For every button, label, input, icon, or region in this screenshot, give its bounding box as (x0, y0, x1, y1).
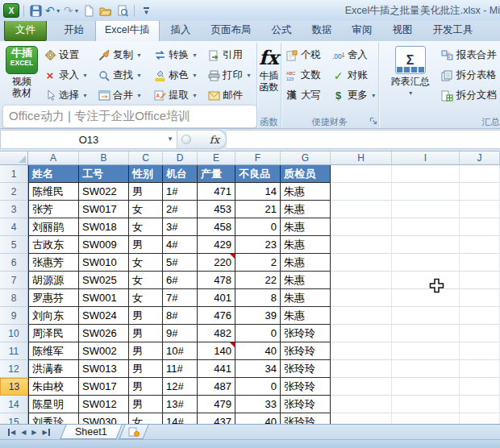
row-header-15[interactable]: 15 (0, 413, 28, 424)
cell[interactable]: 39 (235, 307, 281, 325)
cell[interactable]: 6# (163, 272, 198, 289)
row-header-3[interactable]: 3 (0, 201, 28, 218)
last-sheet-button[interactable]: ▶ (42, 429, 49, 436)
tab-文件[interactable]: 文件 (4, 20, 47, 41)
cell[interactable]: 2# (163, 201, 198, 218)
cell[interactable]: 女 (129, 289, 163, 307)
cell[interactable]: 458 (198, 218, 235, 236)
tab-页面布局[interactable]: 页面布局 (202, 21, 260, 41)
cell[interactable] (460, 218, 500, 236)
cell[interactable]: 3# (163, 218, 198, 236)
cell[interactable]: 487 (198, 378, 235, 396)
row-header-8[interactable]: 8 (0, 289, 28, 307)
cell[interactable] (460, 165, 500, 183)
cell[interactable]: SW017 (79, 201, 129, 218)
cell[interactable] (392, 201, 460, 218)
copy-button[interactable]: 复制▼ (95, 45, 150, 65)
cell[interactable]: 朱惠 (281, 183, 331, 201)
cell[interactable]: 女 (129, 201, 163, 218)
column-header-A[interactable]: A (28, 151, 79, 165)
table-header-cell[interactable]: 不良品 (235, 165, 281, 183)
cell[interactable]: 张玲玲 (281, 325, 331, 342)
first-sheet-button[interactable]: ◀ (8, 429, 15, 436)
row-header-14[interactable]: 14 (0, 396, 28, 413)
cell[interactable]: 40 (235, 342, 281, 360)
cell[interactable]: 男 (129, 307, 163, 325)
table-header-cell[interactable]: 性别 (129, 165, 163, 183)
table-header-cell[interactable]: 机台 (163, 165, 198, 183)
print-button[interactable]: 打印▼ (205, 65, 255, 85)
name-box[interactable]: O13 ▼ (0, 130, 177, 149)
cell[interactable]: SW030 (79, 413, 129, 424)
cite-button[interactable]: 引用 (205, 45, 255, 65)
cell[interactable]: 13# (163, 396, 198, 413)
cell[interactable]: 男 (129, 360, 163, 378)
cell[interactable]: 刘秀珍 (28, 413, 79, 424)
cell[interactable]: 482 (198, 325, 235, 342)
cell[interactable]: 男 (129, 378, 163, 396)
cell[interactable]: 4# (163, 236, 198, 254)
cell[interactable]: 401 (198, 289, 235, 307)
cell[interactable]: 1# (163, 183, 198, 201)
redo-button[interactable]: ↷▼ (64, 3, 80, 19)
convert-button[interactable]: 转换▼ (151, 45, 204, 65)
cell[interactable] (392, 396, 460, 413)
cell[interactable] (331, 165, 392, 183)
new-file-button[interactable] (81, 3, 96, 19)
cell[interactable]: 朱惠 (281, 254, 331, 272)
cell[interactable]: 23 (235, 236, 281, 254)
cell[interactable] (392, 236, 460, 254)
cell[interactable]: 罗惠芬 (28, 289, 79, 307)
cell[interactable] (331, 396, 392, 413)
cell[interactable]: 刘丽鹃 (28, 218, 79, 236)
customize-qat-button[interactable]: ▼ (139, 3, 153, 19)
cell[interactable]: 0 (235, 325, 281, 342)
prev-sheet-button[interactable]: ◀ (21, 429, 26, 436)
formula-input[interactable] (227, 130, 500, 149)
extract-button[interactable]: A 提取▼ (151, 85, 204, 106)
cell[interactable]: 刘向东 (28, 307, 79, 325)
row-header-1[interactable]: 1 (0, 165, 28, 183)
cell[interactable] (460, 413, 500, 424)
cell[interactable]: 479 (198, 396, 235, 413)
row-header-13[interactable]: 13 (0, 378, 28, 396)
cell[interactable]: SW024 (79, 307, 129, 325)
cell[interactable]: 34 (235, 360, 281, 378)
cell[interactable] (331, 201, 392, 218)
cell[interactable]: 22 (235, 272, 281, 289)
cell[interactable]: 0 (235, 218, 281, 236)
cell[interactable]: 12# (163, 378, 198, 396)
cell[interactable]: 441 (198, 360, 235, 378)
cell[interactable] (392, 325, 460, 342)
cell[interactable] (460, 342, 500, 360)
cross-sheet-sum-button[interactable]: Σ 跨表汇总 ▼ (389, 44, 432, 115)
row-header-6[interactable]: 6 (0, 254, 28, 272)
select-button[interactable]: 选择▼ (41, 85, 94, 106)
column-header-H[interactable]: H (331, 151, 392, 165)
cell[interactable] (460, 272, 500, 289)
cell[interactable]: 8# (163, 307, 198, 325)
row-header-12[interactable]: 12 (0, 360, 28, 378)
round-button[interactable]: .00 舍入 (330, 45, 377, 65)
cell[interactable] (392, 360, 460, 378)
cell[interactable]: SW002 (79, 342, 129, 360)
cell[interactable] (331, 289, 392, 307)
cell[interactable]: SW009 (79, 236, 129, 254)
cell[interactable] (392, 254, 460, 272)
cell[interactable]: 140 (198, 342, 235, 360)
tax-button[interactable]: 个税 (283, 45, 329, 65)
cell[interactable] (392, 307, 460, 325)
column-header-D[interactable]: D (163, 151, 198, 165)
column-header-F[interactable]: F (235, 151, 281, 165)
cell[interactable] (331, 307, 392, 325)
cell[interactable]: SW022 (79, 183, 129, 201)
find-button[interactable]: 查找▼ (95, 65, 150, 85)
more-button[interactable]: $ 更多▼ (330, 85, 377, 106)
entry-button[interactable]: × 录入▼ (41, 65, 94, 85)
column-header-C[interactable]: C (129, 151, 163, 165)
cell[interactable]: SW026 (79, 325, 129, 342)
cell[interactable]: 胡源源 (28, 272, 79, 289)
cell[interactable]: 陈维军 (28, 342, 79, 360)
cell[interactable]: 张芳 (28, 201, 79, 218)
cell[interactable]: 朱由校 (28, 378, 79, 396)
